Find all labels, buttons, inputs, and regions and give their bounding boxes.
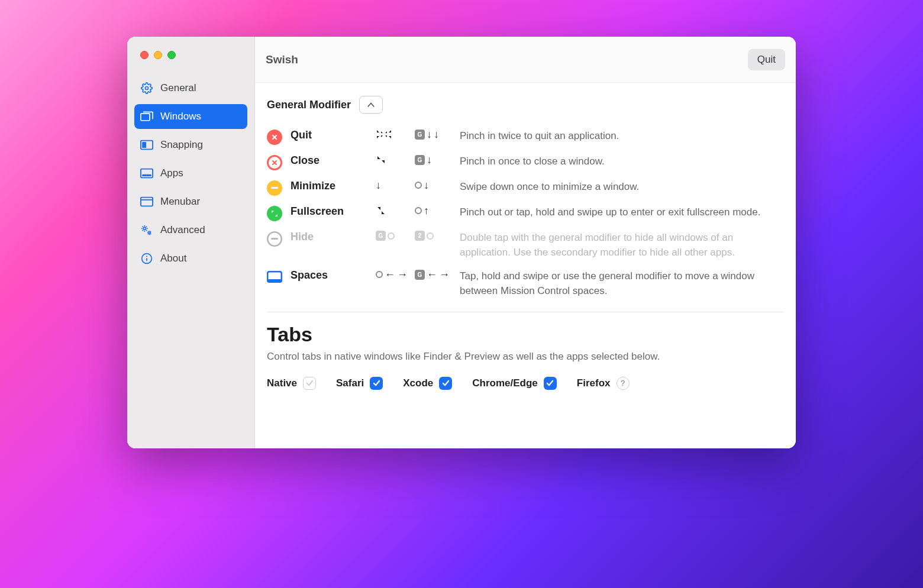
snapping-icon bbox=[140, 138, 153, 151]
sidebar-item-label: General bbox=[160, 82, 196, 94]
gesture-title: Fullscreen bbox=[291, 205, 376, 218]
svg-point-0 bbox=[146, 87, 149, 90]
checkbox-icon[interactable] bbox=[439, 377, 452, 390]
tabs-heading: Tabs bbox=[267, 323, 784, 346]
gesture-glyph-pinch-out bbox=[376, 205, 415, 216]
arrow-up-icon: ↑ bbox=[424, 205, 429, 216]
general-modifier-label: General Modifier bbox=[267, 99, 351, 111]
modifier-key-icon: G bbox=[415, 155, 425, 165]
tap-icon bbox=[415, 182, 422, 189]
gesture-row-minimize[interactable]: Minimize ↓ ↓ Swipe down once to minimize… bbox=[267, 175, 784, 201]
tap-icon bbox=[427, 232, 434, 240]
close-badge-icon bbox=[267, 155, 282, 170]
sidebar-item-label: Advanced bbox=[160, 224, 205, 236]
checkbox-icon[interactable] bbox=[370, 377, 383, 390]
gesture-title: Quit bbox=[291, 129, 376, 141]
shortcut-glyph: 2 bbox=[415, 231, 460, 241]
sidebar-item-label: Windows bbox=[160, 111, 201, 122]
minimize-badge-icon bbox=[267, 180, 282, 196]
gesture-row-close[interactable]: Close G ↓ Pinch in once to close a windo… bbox=[267, 150, 784, 175]
arrow-right-icon: → bbox=[397, 269, 408, 280]
svg-point-9 bbox=[149, 232, 150, 234]
tab-option-label: Native bbox=[267, 377, 297, 389]
sidebar-item-label: Snapping bbox=[160, 139, 203, 151]
sidebar-item-label: About bbox=[160, 253, 186, 264]
sidebar: General Windows Snapping Apps bbox=[127, 37, 255, 448]
app-window: General Windows Snapping Apps bbox=[127, 37, 796, 448]
tab-option-safari[interactable]: Safari bbox=[336, 377, 383, 390]
shortcut-glyph: G ↓ bbox=[415, 154, 460, 165]
sidebar-item-advanced[interactable]: Advanced bbox=[134, 218, 247, 243]
gesture-desc: Swipe down once to minimize a window. bbox=[460, 180, 784, 195]
main-panel: Swish Quit General Modifier Quit bbox=[255, 37, 796, 448]
gesture-title: Hide bbox=[291, 231, 376, 243]
gesture-row-spaces[interactable]: Spaces ←→ G ←→ Tap, hold and swipe or us… bbox=[267, 264, 784, 303]
svg-point-8 bbox=[143, 227, 146, 230]
sidebar-item-apps[interactable]: Apps bbox=[134, 161, 247, 186]
svg-rect-18 bbox=[271, 238, 278, 240]
gesture-glyph-pinch-in-twice bbox=[376, 129, 415, 140]
tab-option-label: Xcode bbox=[403, 377, 433, 389]
gesture-glyph-swipe-down: ↓ bbox=[376, 180, 415, 190]
sidebar-item-label: Menubar bbox=[160, 196, 200, 208]
gear-icon bbox=[140, 82, 153, 95]
gesture-desc: Tap, hold and swipe or use the general m… bbox=[460, 269, 784, 298]
modifier-key-icon: G bbox=[415, 270, 425, 280]
tab-option-label: Chrome/Edge bbox=[472, 377, 538, 389]
arrow-down-icon: ↓ bbox=[434, 129, 439, 140]
tab-option-chrome-edge[interactable]: Chrome/Edge bbox=[472, 377, 557, 390]
hide-badge-icon bbox=[267, 231, 282, 247]
checkbox-icon[interactable] bbox=[303, 377, 316, 390]
svg-rect-6 bbox=[141, 198, 153, 206]
minimize-window-icon[interactable] bbox=[154, 51, 162, 59]
svg-rect-17 bbox=[271, 187, 278, 189]
sidebar-item-windows[interactable]: Windows bbox=[134, 104, 247, 129]
sidebar-item-general[interactable]: General bbox=[134, 76, 247, 101]
tap-icon bbox=[388, 232, 395, 240]
general-modifier-row: General Modifier bbox=[267, 96, 784, 114]
gesture-row-hide[interactable]: Hide G 2 Double tap with the general mod… bbox=[267, 226, 784, 264]
shortcut-glyph: G ↓ ↓ bbox=[415, 129, 460, 140]
quit-button[interactable]: Quit bbox=[748, 49, 785, 70]
sidebar-item-about[interactable]: About bbox=[134, 246, 247, 271]
tab-option-label: Safari bbox=[336, 377, 364, 389]
tab-option-native[interactable]: Native bbox=[267, 377, 316, 390]
help-icon[interactable]: ? bbox=[617, 377, 630, 390]
secondary-key-icon: 2 bbox=[415, 231, 425, 241]
menubar-icon bbox=[140, 195, 153, 208]
arrow-down-icon: ↓ bbox=[376, 180, 381, 190]
gears-icon bbox=[140, 224, 153, 237]
tap-icon bbox=[376, 271, 383, 278]
gesture-row-fullscreen[interactable]: Fullscreen ↑ Pinch out or tap, hold and … bbox=[267, 201, 784, 226]
sidebar-item-label: Apps bbox=[160, 167, 183, 179]
sidebar-nav: General Windows Snapping Apps bbox=[127, 76, 254, 271]
close-window-icon[interactable] bbox=[140, 51, 149, 59]
arrow-down-icon: ↓ bbox=[427, 129, 432, 140]
apps-icon bbox=[140, 167, 153, 180]
app-title: Swish bbox=[266, 53, 298, 66]
svg-point-12 bbox=[146, 256, 147, 257]
shortcut-glyph: G ←→ bbox=[415, 269, 460, 280]
control-key-icon bbox=[367, 101, 375, 109]
fullscreen-badge-icon bbox=[267, 206, 282, 221]
tab-option-firefox[interactable]: Firefox ? bbox=[577, 377, 630, 390]
content-scroll[interactable]: General Modifier Quit G ↓ ↓ bbox=[255, 83, 796, 448]
general-modifier-key[interactable] bbox=[359, 96, 383, 114]
tab-option-xcode[interactable]: Xcode bbox=[403, 377, 452, 390]
arrow-down-icon: ↓ bbox=[427, 154, 432, 165]
shortcut-glyph: ↑ bbox=[415, 205, 460, 216]
modifier-key-icon: G bbox=[415, 130, 425, 140]
shortcut-glyph: ↓ bbox=[415, 180, 460, 190]
quit-badge-icon bbox=[267, 130, 282, 145]
checkbox-icon[interactable] bbox=[544, 377, 557, 390]
zoom-window-icon[interactable] bbox=[167, 51, 176, 59]
gesture-desc: Pinch out or tap, hold and swipe up to e… bbox=[460, 205, 784, 220]
tap-icon bbox=[415, 207, 422, 214]
gesture-title: Spaces bbox=[291, 269, 376, 282]
gesture-title: Minimize bbox=[291, 180, 376, 192]
gesture-row-quit[interactable]: Quit G ↓ ↓ Pinch in twice to quit an app… bbox=[267, 124, 784, 150]
arrow-left-icon: ← bbox=[427, 269, 437, 280]
arrow-down-icon: ↓ bbox=[424, 180, 429, 190]
sidebar-item-menubar[interactable]: Menubar bbox=[134, 189, 247, 214]
sidebar-item-snapping[interactable]: Snapping bbox=[134, 133, 247, 157]
